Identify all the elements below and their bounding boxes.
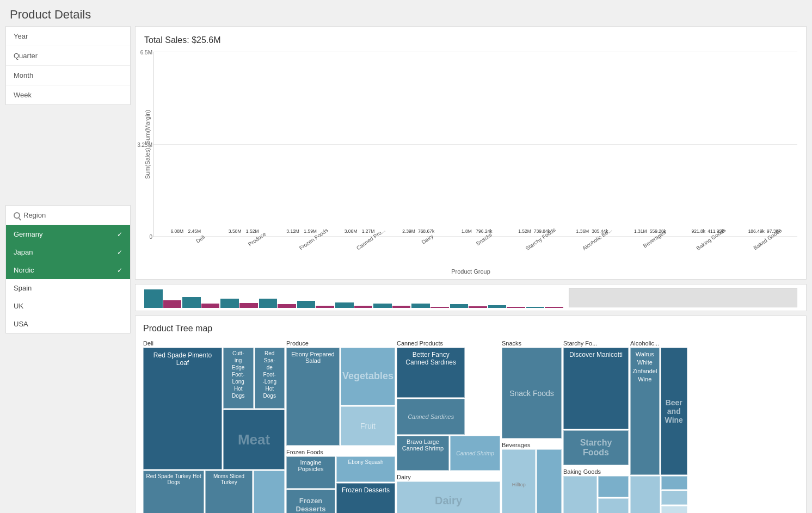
treemap-block-squash[interactable]: Ebony Squash xyxy=(336,456,395,482)
treemap-block-canned-sardines[interactable]: Canned Sardines xyxy=(397,399,465,435)
treemap-block-snack-foods[interactable]: Snack Foods xyxy=(502,348,562,438)
region-item-spain[interactable]: Spain xyxy=(6,279,130,297)
treemap-block-vegetables[interactable]: Vegetables xyxy=(341,348,395,405)
treemap-block-turkey-hotdogs[interactable]: Red Spade Turkey Hot Dogs xyxy=(143,471,204,513)
sales-bar-label: 1.31M xyxy=(634,228,647,234)
treemap-block-walrus-wine[interactable]: Walrus White Zinfandel Wine xyxy=(630,348,660,475)
scrollbar-strip[interactable] xyxy=(135,284,807,311)
bar-group-beverages[interactable]: 1.31M559.28k xyxy=(622,52,677,236)
sales-bar-label: 3.58M xyxy=(229,228,242,234)
treemap-block-baking-1[interactable] xyxy=(563,476,597,513)
treemap-block-alc-3[interactable] xyxy=(661,491,688,504)
region-item-uk[interactable]: UK xyxy=(6,297,130,315)
mini-sales-bar xyxy=(220,299,239,308)
region-item-japan[interactable]: Japan ✓ xyxy=(6,243,130,261)
filter-month[interactable]: Month xyxy=(6,66,130,85)
mini-sales-bar xyxy=(335,302,354,308)
region-item-nordic[interactable]: Nordic ✓ xyxy=(6,261,130,279)
checkmark-nordic: ✓ xyxy=(117,267,122,274)
treemap-block-bev-2[interactable] xyxy=(537,449,562,513)
mini-sales-bar xyxy=(259,299,278,308)
bar-group-frozen-foods[interactable]: 3.12M1.59M xyxy=(274,52,329,236)
treemap-block-alc-2[interactable] xyxy=(661,476,688,490)
deli-section: Deli Red Spade Pimento Loaf Cutt-ingEdge… xyxy=(143,340,285,513)
bar-group-deli[interactable]: 6.08M2.45M xyxy=(158,52,213,236)
mini-bar-group-4 xyxy=(297,301,334,308)
treemap-block-popsicles[interactable]: Imagine Popsicles xyxy=(286,456,335,489)
treemap-block-cutting-edge[interactable]: Cutt-ingEdgeFoot-LongHotDogs xyxy=(223,348,254,409)
canned-top: Better Fancy Canned Sardines Canned Sard… xyxy=(397,348,500,435)
margin-bar-label: 1.27M xyxy=(362,228,375,234)
bar-group-dairy[interactable]: 2.39M768.67k xyxy=(390,52,445,236)
treemap-block-meat[interactable]: Meat xyxy=(223,410,285,469)
mini-sales-bar xyxy=(297,301,316,308)
treemap-block-frozen-desserts[interactable]: FrozenDesserts xyxy=(286,490,335,513)
canned-right-spacer xyxy=(466,348,500,435)
mini-bar-group-6 xyxy=(373,304,410,308)
mini-margin-bar xyxy=(469,306,487,308)
treemap-block-bev-1[interactable]: Hilltop xyxy=(502,449,536,513)
mini-bar-group-9 xyxy=(488,305,525,308)
bar-group-canned-pro...[interactable]: 3.06M1.27M xyxy=(331,52,387,236)
treemap-panel: Product Tree map Deli Red Spade Pimento … xyxy=(135,316,807,513)
mini-margin-bar xyxy=(201,304,220,308)
grid-line-bot: 0 xyxy=(153,236,797,237)
mini-margin-bar xyxy=(354,306,373,308)
mini-bar-group-3 xyxy=(259,299,296,308)
treemap-block-baking-2[interactable] xyxy=(598,476,629,497)
treemap-block-canned-shrimp[interactable]: Canned Shrimp xyxy=(450,436,500,471)
margin-bar-label: 1.59M xyxy=(304,228,317,234)
bar-group-baking-goods[interactable]: 921.8k411.95k xyxy=(679,52,735,236)
sales-bar-label: 1.36M xyxy=(576,228,589,234)
bar-group-alcoholic-be...[interactable]: 1.36M305.44k xyxy=(563,52,619,236)
region-item-usa[interactable]: USA xyxy=(6,315,130,333)
filter-year[interactable]: Year xyxy=(6,27,130,46)
mini-bar-group-7 xyxy=(411,304,448,308)
treemap-block-red-spade-fl[interactable]: RedSpa-deFoot--LongHotDogs xyxy=(255,348,285,409)
bar-group-starchy-foods[interactable]: 1.52M739.84k xyxy=(506,52,561,236)
sales-bar-label: 6.08M xyxy=(170,228,183,234)
treemap-block-alc-4[interactable] xyxy=(661,506,688,513)
treemap-block-fruit[interactable]: Fruit xyxy=(341,406,395,446)
filter-quarter[interactable]: Quarter xyxy=(6,46,130,66)
y-tick-mid: 3.25M xyxy=(134,141,152,147)
treemap-block-starchy-foods[interactable]: StarchyFoods xyxy=(563,430,629,465)
baking-right xyxy=(598,476,629,513)
mini-margin-bar xyxy=(163,300,182,308)
treemap-block-big-time-pizza[interactable]: Frozen Desserts xyxy=(336,483,395,513)
treemap-block-baking-3[interactable] xyxy=(598,498,629,513)
sidebar: Year Quarter Month Week Region Germany ✓… xyxy=(5,26,131,513)
region-header: Region xyxy=(6,206,130,225)
mini-margin-bar xyxy=(507,307,525,308)
treemap-block-dairy[interactable]: Dairy xyxy=(397,481,500,513)
scroll-handle[interactable] xyxy=(569,288,797,307)
treemap-block-manicotti[interactable]: Discover Manicotti xyxy=(563,348,629,429)
sales-bar-label: 3.06M xyxy=(345,228,358,234)
alc-right-col xyxy=(661,476,688,513)
bar-group-baked-goods[interactable]: 186.49k97.38k xyxy=(737,52,793,236)
treemap-block-salad[interactable]: Ebony Prepared Salad xyxy=(286,348,340,446)
x-axis-labels: DeliProduceFrozen FoodsCanned Pro...Dair… xyxy=(167,237,797,264)
deli-top-row: Cutt-ingEdgeFoot-LongHotDogs RedSpa-deFo… xyxy=(223,348,285,409)
sales-bar-label: 1.8M xyxy=(462,228,472,234)
treemap-block-bravo-shrimp[interactable]: Bravo Large Canned Shrimp xyxy=(397,436,449,471)
treemap-block-pimento[interactable]: Red Spade Pimento Loaf xyxy=(143,348,222,469)
deli-right-col: Cutt-ingEdgeFoot-LongHotDogs RedSpa-deFo… xyxy=(223,348,285,469)
canned-section: Canned Products Better Fancy Canned Sard… xyxy=(397,340,500,513)
filter-week[interactable]: Week xyxy=(6,85,130,104)
mini-bar-group-1 xyxy=(182,297,219,308)
bar-group-produce[interactable]: 3.58M1.52M xyxy=(216,52,271,236)
treemap-block-alc-1[interactable] xyxy=(630,476,660,513)
region-item-germany[interactable]: Germany ✓ xyxy=(6,225,130,243)
treemap-block-moms-turkey[interactable]: Moms Sliced Turkey xyxy=(205,471,253,513)
mini-bar-group-5 xyxy=(335,302,372,308)
baking-blocks xyxy=(563,476,629,513)
mini-sales-bar xyxy=(182,297,201,308)
treemap-block-sardines[interactable]: Better Fancy Canned Sardines xyxy=(397,348,465,398)
bar-group-snacks[interactable]: 1.8M796.24k xyxy=(447,52,503,236)
baking-label: Baking Goods xyxy=(563,468,629,475)
bars-row: 6.08M2.45M3.58M1.52M3.12M1.59M3.06M1.27M… xyxy=(153,52,797,236)
mini-sales-bar xyxy=(411,304,430,308)
treemap-block-beer-wine[interactable]: Beer and Wine xyxy=(661,348,688,475)
starchy-section: Starchy Fo... Discover Manicotti Starchy… xyxy=(563,340,629,513)
